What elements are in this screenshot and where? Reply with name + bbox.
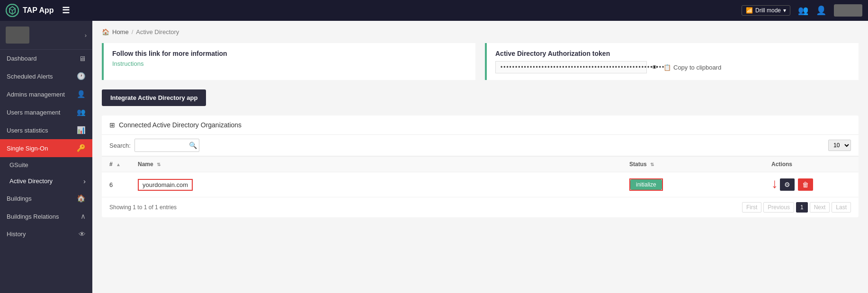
info-box-instructions: Follow this link for more information In… [102, 43, 475, 80]
breadcrumb-separator: / [132, 28, 134, 36]
table-footer: Showing 1 to 1 of 1 entries First Previo… [102, 197, 859, 217]
actions-cell: ↓ ⚙ 🗑 [771, 177, 851, 192]
sidebar-item-users-statistics[interactable]: Users statistics 📊 [0, 121, 92, 139]
sidebar-item-users-management[interactable]: Users management 👥 [0, 103, 92, 121]
app-title: TAP App [23, 6, 54, 15]
dashboard-icon: 🖥 [79, 54, 86, 62]
table-row: 6 yourdomain.com initialize ↓ [102, 172, 859, 197]
drill-mode-chevron: ▾ [783, 7, 786, 14]
breadcrumb-home[interactable]: Home [112, 28, 129, 36]
home-icon: 🏠 [102, 28, 109, 36]
info-box-token: Active Directory Authorization token •••… [485, 43, 859, 80]
search-button[interactable]: 🔍 [189, 142, 197, 149]
pagination-last[interactable]: Last [832, 202, 851, 213]
initialize-button[interactable]: initialize [630, 179, 662, 190]
breadcrumb: 🏠 Home / Active Directory [102, 28, 859, 36]
search-label: Search: [109, 142, 131, 149]
stats-icon: 📊 [77, 126, 86, 134]
search-box: 🔍 [134, 139, 199, 152]
relations-icon: ∧ [81, 212, 86, 221]
profile-chevron-icon[interactable]: › [85, 32, 87, 39]
sidebar-item-gsuite[interactable]: GSuite [0, 157, 92, 173]
sort-icon-number: ▲ [116, 162, 121, 167]
drill-mode-label: Drill mode [755, 7, 781, 14]
delete-button[interactable]: 🗑 [798, 178, 813, 191]
copy-to-clipboard-button[interactable]: 📋 Copy to clipboard [663, 64, 721, 71]
row-status: initialize [622, 172, 764, 197]
profile-avatar [6, 27, 29, 44]
sort-icon-status: ⇅ [650, 162, 654, 167]
buildings-icon: 🏠 [77, 194, 86, 203]
ad-chevron-icon: › [83, 177, 86, 185]
drill-mode-icon: 📶 [746, 7, 753, 14]
status-outlined-wrapper: initialize [629, 178, 663, 191]
drill-mode-button[interactable]: 📶 Drill mode ▾ [742, 5, 790, 16]
sidebar-item-admins-management[interactable]: Admins management 👤 [0, 85, 92, 103]
search-input[interactable] [137, 140, 189, 151]
app-logo: TAP App ☰ [6, 4, 742, 17]
organizations-table: # ▲ Name ⇅ Status ⇅ Actions 6 [102, 156, 859, 197]
top-navigation: TAP App ☰ 📶 Drill mode ▾ 👥 👤 [0, 0, 868, 21]
row-name: yourdomain.com [130, 172, 622, 197]
settings-button[interactable]: ⚙ [780, 178, 795, 191]
sidebar-item-dashboard[interactable]: Dashboard 🖥 [0, 50, 92, 67]
table-section: ⊞ Connected Active Directory Organizatio… [102, 115, 859, 217]
col-header-number[interactable]: # ▲ [102, 157, 130, 172]
avatar[interactable] [834, 4, 862, 17]
integrate-active-directory-button[interactable]: Integrate Active Directory app [102, 89, 206, 106]
sso-key-icon: 🔑 [77, 144, 86, 152]
logo-icon [6, 4, 19, 17]
pagination-first[interactable]: First [742, 202, 761, 213]
pagination: First Previous 1 Next Last [742, 202, 851, 213]
clock-icon: 🕐 [77, 72, 86, 80]
instructions-link[interactable]: Instructions [112, 60, 143, 67]
users-icon[interactable]: 👥 [798, 5, 808, 16]
breadcrumb-current: Active Directory [136, 28, 179, 36]
token-icons: 👁 📋 Copy to clipboard [652, 64, 721, 71]
eye-icon[interactable]: 👁 [652, 64, 658, 71]
token-display: ••••••••••••••••••••••••••••••••••••••••… [495, 61, 647, 73]
info-box-left-title: Follow this link for more information [112, 50, 467, 57]
pagination-next[interactable]: Next [810, 202, 830, 213]
hamburger-button[interactable]: ☰ [62, 5, 70, 16]
sidebar-item-active-directory[interactable]: Active Directory › [0, 173, 92, 189]
users-mgmt-icon: 👥 [77, 108, 86, 116]
main-layout: › Dashboard 🖥 Scheduled Alerts 🕐 Admins … [0, 21, 868, 293]
pagination-previous[interactable]: Previous [763, 202, 794, 213]
table-controls: Search: 🔍 10 25 50 [102, 135, 859, 156]
col-header-name[interactable]: Name ⇅ [130, 157, 622, 172]
sidebar-profile[interactable]: › [0, 21, 92, 50]
history-icon: 👁 [79, 230, 86, 238]
main-content: 🏠 Home / Active Directory Follow this li… [92, 21, 868, 293]
row-number: 6 [102, 172, 130, 197]
per-page-select[interactable]: 10 25 50 [828, 140, 851, 151]
sidebar-item-buildings[interactable]: Buildings 🏠 [0, 189, 92, 207]
sort-icon-name: ⇅ [157, 162, 161, 167]
copy-icon: 📋 [663, 64, 671, 71]
row-actions: ↓ ⚙ 🗑 [764, 172, 859, 197]
grid-icon: ⊞ [109, 121, 115, 129]
table-title: Connected Active Directory Organizations [119, 121, 242, 129]
col-header-status[interactable]: Status ⇅ [622, 157, 764, 172]
red-arrow-indicator: ↓ [771, 176, 778, 191]
col-header-actions: Actions [764, 157, 859, 172]
top-nav-right: 📶 Drill mode ▾ 👥 👤 [742, 4, 862, 17]
sidebar-item-scheduled-alerts[interactable]: Scheduled Alerts 🕐 [0, 67, 92, 85]
search-area: Search: 🔍 [109, 139, 199, 152]
domain-name-cell: yourdomain.com [138, 179, 193, 191]
sidebar-item-single-sign-on[interactable]: Single Sign-On 🔑 [0, 139, 92, 157]
sidebar: › Dashboard 🖥 Scheduled Alerts 🕐 Admins … [0, 21, 92, 293]
sidebar-item-history[interactable]: History 👁 [0, 225, 92, 243]
sidebar-item-buildings-relations[interactable]: Buildings Relations ∧ [0, 207, 92, 225]
pagination-page-1[interactable]: 1 [796, 202, 808, 213]
info-box-right-title: Active Directory Authorization token [495, 50, 850, 57]
entries-info: Showing 1 to 1 of 1 entries [109, 204, 177, 211]
admin-icon: 👤 [77, 90, 86, 98]
user-profile-icon[interactable]: 👤 [816, 5, 826, 16]
info-boxes: Follow this link for more information In… [102, 43, 859, 80]
table-header: ⊞ Connected Active Directory Organizatio… [102, 115, 859, 135]
token-box: ••••••••••••••••••••••••••••••••••••••••… [495, 61, 850, 73]
